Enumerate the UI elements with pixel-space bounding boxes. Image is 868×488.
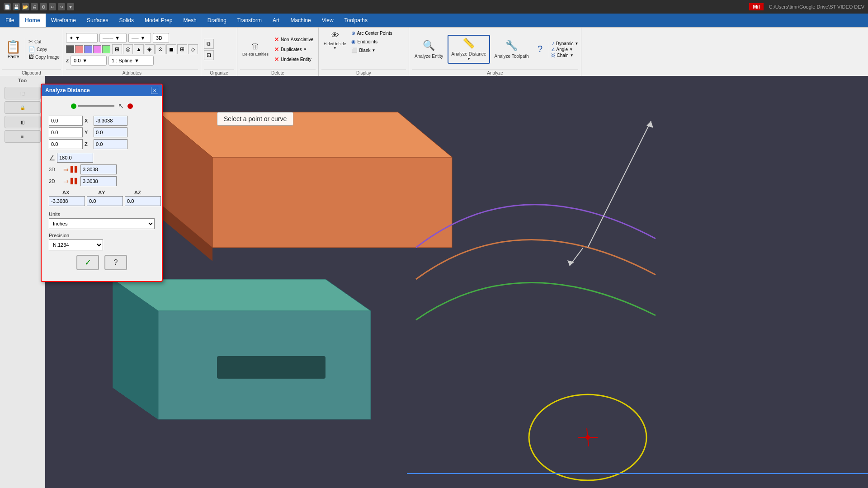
- point1-y-row: Y: [49, 127, 155, 137]
- left-btn-3[interactable]: ◧: [5, 116, 41, 128]
- point-type-dropdown[interactable]: ✦ ▼: [66, 33, 98, 43]
- point2-x-input[interactable]: [94, 116, 127, 126]
- precision-select[interactable]: N.1234 N.12 N.123 N.12345: [49, 239, 103, 250]
- undelete-entity-button[interactable]: ✕ Undelete Entity: [273, 55, 315, 64]
- dialog-close-button[interactable]: ✕: [151, 87, 158, 94]
- dist-2d-input[interactable]: [80, 176, 117, 186]
- view-dropdown[interactable]: 3D: [153, 33, 169, 43]
- menu-surfaces[interactable]: Surfaces: [81, 14, 113, 27]
- angle-row: ∠: [49, 153, 155, 163]
- menu-file[interactable]: File: [0, 14, 19, 27]
- svg-rect-8: [217, 356, 326, 379]
- left-btn-1[interactable]: ⬚: [5, 87, 41, 99]
- left-btn-4[interactable]: ≡: [5, 130, 41, 143]
- point2-z-input[interactable]: [94, 139, 127, 149]
- redo-icon[interactable]: ↪: [58, 3, 65, 10]
- blank-button[interactable]: ⬜ Blank ▼: [350, 47, 393, 54]
- menu-mesh[interactable]: Mesh: [178, 14, 202, 27]
- svg-marker-7: [113, 279, 371, 311]
- tool-btn-4[interactable]: ◈: [145, 44, 155, 54]
- non-associative-button[interactable]: ✕ Non-Associative: [273, 35, 315, 44]
- arc-center-points-button[interactable]: ⊕ Arc Center Points: [350, 29, 393, 37]
- y-label: Y: [85, 130, 92, 135]
- delta-y-input[interactable]: [87, 196, 123, 206]
- menu-home[interactable]: Home: [19, 14, 45, 27]
- menu-toolpaths[interactable]: Toolpaths: [339, 14, 373, 27]
- delta-x-input[interactable]: [49, 196, 85, 206]
- line-style-dropdown[interactable]: ─── ▼: [99, 33, 127, 43]
- quick-icon[interactable]: ▼: [67, 3, 74, 10]
- menu-transform[interactable]: Transform: [232, 14, 267, 27]
- tool-btn-8[interactable]: ◇: [188, 44, 198, 54]
- point2-y-input[interactable]: [94, 127, 127, 137]
- color-swatch-green[interactable]: [102, 45, 110, 53]
- duplicates-label: Duplicates: [281, 47, 302, 52]
- analyze-distance-button[interactable]: 📏 Analyze Distance ▼: [448, 35, 490, 64]
- dist-3d-input[interactable]: [80, 164, 117, 174]
- angle-icon: ∠: [551, 47, 555, 52]
- dist-2d-arrow-icon: ⇒: [63, 178, 69, 185]
- ok-button[interactable]: ✓: [76, 255, 99, 270]
- duplicates-button[interactable]: ✕ Duplicates ▼: [273, 45, 315, 54]
- point1-y-input[interactable]: [49, 127, 83, 137]
- menu-art[interactable]: Art: [267, 14, 285, 27]
- menu-machine[interactable]: Machine: [285, 14, 316, 27]
- print-icon[interactable]: 🖨: [31, 3, 38, 10]
- file-icon[interactable]: 📄: [4, 3, 11, 10]
- units-select[interactable]: Inches Millimeters Centimeters: [49, 218, 155, 229]
- menu-drafting[interactable]: Drafting: [202, 14, 232, 27]
- save-icon[interactable]: 💾: [13, 3, 20, 10]
- org-btn-1[interactable]: ⧉: [204, 39, 214, 49]
- paste-button[interactable]: 📋 Paste: [2, 38, 25, 60]
- delete-group: 🗑 Delete Entities ✕ Non-Associative ✕ Du…: [237, 28, 319, 76]
- color-swatch-purple[interactable]: [93, 45, 101, 53]
- point1-x-input[interactable]: [49, 116, 83, 126]
- color-swatch-dark[interactable]: [66, 45, 74, 53]
- line-weight-dropdown[interactable]: ── ▼: [128, 33, 151, 43]
- color-swatch-red[interactable]: [75, 45, 83, 53]
- tool-btn-6[interactable]: ◼: [166, 44, 176, 54]
- spline-value: 1 : Spline: [112, 58, 132, 63]
- config-icon[interactable]: ⚙: [40, 3, 47, 10]
- angle-button[interactable]: ∠ Angle ▼: [551, 47, 579, 52]
- copy-image-button[interactable]: 🖼 Copy Image: [27, 53, 61, 61]
- color-swatch-blue[interactable]: [84, 45, 92, 53]
- angle-label: Angle: [557, 47, 568, 52]
- chain-label: Chain: [557, 53, 569, 58]
- tool-btn-3[interactable]: ▲: [134, 44, 144, 54]
- copy-button[interactable]: 📄 Copy: [27, 46, 61, 53]
- dialog-footer: ✓ ?: [49, 250, 155, 276]
- delete-entities-button[interactable]: 🗑 Delete Entities: [240, 40, 271, 58]
- delta-z-input[interactable]: [125, 196, 161, 206]
- endpoints-button[interactable]: ◉ Endpoints: [350, 38, 393, 46]
- menu-solids[interactable]: Solids: [113, 14, 139, 27]
- help-dialog-button[interactable]: ?: [104, 255, 127, 270]
- angle-input[interactable]: [57, 153, 93, 163]
- chain-button[interactable]: ⛓ Chain ▼: [551, 53, 579, 58]
- help-btn-ribbon[interactable]: ?: [533, 42, 547, 57]
- open-icon[interactable]: 📂: [22, 3, 29, 10]
- cut-button[interactable]: ✂ Cut: [27, 38, 61, 45]
- point1-z-input[interactable]: [49, 139, 83, 149]
- menu-wireframe[interactable]: Wireframe: [46, 14, 81, 27]
- tool-btn-7[interactable]: ⊞: [177, 44, 187, 54]
- tool-btn-2[interactable]: ◎: [123, 44, 133, 54]
- tool-btn-5[interactable]: ⊙: [156, 44, 165, 54]
- undo-icon[interactable]: ↩: [49, 3, 56, 10]
- menu-view[interactable]: View: [316, 14, 339, 27]
- menu-modelprep[interactable]: Model Prep: [139, 14, 178, 27]
- tool-btn-1[interactable]: ⊞: [112, 44, 122, 54]
- analyze-toolpath-button[interactable]: 🔧 Analyze Toolpath: [492, 38, 532, 61]
- z-coord-label: Z: [85, 141, 92, 147]
- select-prompt-text: Select a point or curve: [224, 115, 287, 122]
- spline-dropdown[interactable]: 1 : Spline ▼: [108, 56, 154, 66]
- dynamic-button[interactable]: ↗ Dynamic ▼: [551, 41, 579, 46]
- analyze-entity-button[interactable]: 🔍 Analyze Entity: [412, 38, 446, 61]
- org-btn-2[interactable]: ⊡: [204, 50, 214, 60]
- z-value-dropdown[interactable]: 0.0 ▼: [71, 56, 107, 66]
- left-btn-2[interactable]: 🔒: [5, 101, 41, 114]
- clipboard-small-buttons: ✂ Cut 📄 Copy 🖼 Copy Image: [27, 38, 61, 61]
- hide-icon: 👁: [331, 31, 339, 41]
- title-path: C:\Users\timr\Google Drive\ST VIDEO DEV: [769, 4, 864, 9]
- hide-unhide-button[interactable]: 👁 Hide/Unhide ▼: [321, 29, 349, 52]
